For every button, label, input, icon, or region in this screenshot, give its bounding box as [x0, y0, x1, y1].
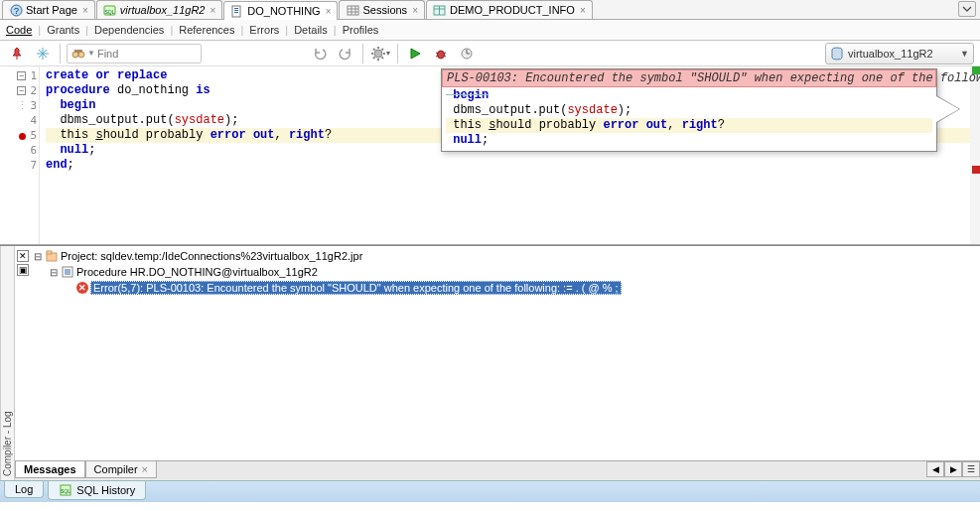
svg-line-18 — [39, 50, 47, 58]
svg-point-21 — [78, 52, 84, 58]
redo-button[interactable] — [335, 43, 356, 64]
tree-error-row[interactable]: ✕ Error(5,7): PLS-00103: Encountered the… — [33, 280, 978, 296]
close-panel-button[interactable]: ✕ — [17, 250, 29, 262]
close-icon[interactable]: × — [580, 5, 586, 16]
svg-rect-8 — [348, 6, 358, 15]
panel-nav-menu[interactable]: ☰ — [962, 461, 980, 477]
tab-demo-product[interactable]: DEMO_PRODUCT_INFO × — [426, 0, 593, 19]
subtab-references[interactable]: References — [179, 24, 234, 37]
undo-button[interactable] — [309, 43, 331, 64]
svg-line-33 — [436, 53, 438, 54]
tab-label: Sessions — [362, 4, 407, 16]
gear-icon — [370, 46, 386, 62]
close-icon[interactable]: × — [412, 5, 418, 16]
svg-point-37 — [462, 49, 472, 59]
compile-button[interactable]: ▾ — [369, 43, 391, 64]
freeze-button[interactable] — [32, 43, 54, 64]
bottom-tab-log[interactable]: Log — [4, 481, 44, 498]
play-icon — [409, 48, 421, 60]
compiler-tree[interactable]: ✕ ▣ ⊟ Project: sqldev.temp:/IdeConnectio… — [15, 246, 980, 460]
debug-button[interactable] — [430, 43, 452, 64]
connection-combo[interactable]: virtualbox_11gR2 ▼ — [825, 43, 974, 64]
svg-rect-13 — [434, 6, 445, 15]
tab-label: DO_NOTHING — [247, 5, 320, 17]
tooltip-pointer-icon — [936, 95, 960, 123]
tree-procedure-row[interactable]: ⊟ Procedure HR.DO_NOTHING@virtualbox_11g… — [33, 264, 978, 280]
editor-toolbar: ▼ ▾ virtualbox_11gR2 ▼ — [0, 41, 980, 66]
close-icon[interactable]: × — [82, 5, 88, 16]
procedure-icon — [230, 4, 244, 18]
redo-icon — [339, 47, 352, 61]
sql-history-icon: SQL — [59, 483, 72, 497]
subtab-errors[interactable]: Errors — [249, 24, 279, 37]
chevron-down-icon — [962, 4, 972, 14]
tab-start-page[interactable]: ? Start Page × — [2, 0, 95, 19]
subtab-details[interactable]: Details — [294, 24, 328, 37]
find-input[interactable] — [97, 48, 197, 60]
tree-project-row[interactable]: ⊟ Project: sqldev.temp:/IdeConnections%2… — [33, 248, 978, 264]
connection-label: virtualbox_11gR2 — [848, 48, 956, 60]
fold-icon[interactable]: − — [17, 71, 26, 80]
svg-line-35 — [436, 56, 438, 57]
tree-label: Procedure HR.DO_NOTHING@virtualbox_11gR2 — [76, 266, 318, 278]
tab-do-nothing[interactable]: DO_NOTHING × — [223, 1, 338, 20]
svg-rect-6 — [234, 10, 238, 11]
panel-nav-prev[interactable]: ◀ — [926, 461, 944, 477]
panel-nav-next[interactable]: ▶ — [944, 461, 962, 477]
svg-line-30 — [381, 49, 383, 51]
svg-line-19 — [39, 50, 47, 58]
run-button[interactable] — [404, 43, 426, 64]
tab-label: Start Page — [26, 4, 77, 16]
snowflake-icon — [36, 47, 50, 61]
svg-line-31 — [373, 57, 375, 59]
undo-icon — [313, 47, 327, 61]
tab-sessions[interactable]: Sessions × — [339, 0, 424, 19]
subtab-code[interactable]: Code — [6, 24, 32, 37]
error-tooltip-body: begin dbms_output.put(sysdate); this sho… — [442, 87, 936, 151]
fold-icon[interactable]: − — [17, 86, 26, 95]
panel-tab-compiler[interactable]: Compiler× — [85, 461, 157, 478]
tree-label: Project: sqldev.temp:/IdeConnections%23v… — [61, 250, 362, 262]
bug-icon — [434, 47, 448, 61]
project-icon — [45, 249, 59, 263]
chevron-down-icon[interactable]: ▼ — [87, 49, 95, 58]
profile-button[interactable] — [456, 43, 478, 64]
svg-point-20 — [72, 52, 78, 58]
subtab-profiles[interactable]: Profiles — [343, 24, 379, 37]
svg-rect-43 — [63, 267, 72, 277]
overview-ruler[interactable] — [970, 66, 980, 244]
pin-icon — [10, 47, 24, 61]
code-editor[interactable]: −1−2⋮34567 create or replaceprocedure do… — [0, 66, 980, 245]
tree-collapse-icon[interactable]: ⊟ — [33, 251, 43, 262]
subtab-dependencies[interactable]: Dependencies — [94, 24, 164, 37]
pin-button[interactable] — [6, 43, 28, 64]
compiler-log-panel: Compiler - Log ✕ ▣ ⊟ Project: sqldev.tem… — [0, 245, 980, 480]
svg-rect-22 — [74, 50, 82, 53]
pin-panel-button[interactable]: ▣ — [17, 264, 29, 276]
svg-rect-47 — [61, 485, 70, 495]
tree-collapse-icon[interactable]: ⊟ — [49, 267, 59, 278]
close-icon[interactable]: × — [210, 5, 215, 16]
svg-line-29 — [381, 57, 383, 59]
svg-line-28 — [373, 49, 375, 51]
code-line[interactable]: end; — [46, 158, 970, 173]
panel-side-label[interactable]: Compiler - Log — [0, 246, 14, 480]
svg-point-32 — [437, 51, 444, 59]
find-field[interactable]: ▼ — [67, 44, 202, 64]
tab-virtualbox[interactable]: SQL virtualbox_11gR2 × — [96, 0, 222, 19]
close-icon[interactable]: × — [326, 6, 332, 17]
error-tooltip: PLS-00103: Encountered the symbol "SHOUL… — [441, 68, 937, 152]
gutter-error-icon[interactable] — [19, 133, 26, 140]
panel-gutter: ✕ ▣ — [17, 248, 31, 458]
svg-point-40 — [832, 48, 842, 52]
panel-tab-messages[interactable]: Messages — [15, 461, 85, 478]
tab-list-button[interactable] — [958, 1, 976, 17]
bottom-tab-sqlhistory[interactable]: SQL SQL History — [48, 481, 146, 500]
ruler-error-marker[interactable] — [972, 166, 980, 174]
compiler-panel-tabs: Messages Compiler× ◀ ▶ ☰ — [15, 460, 980, 480]
tree-error-label: Error(5,7): PLS-00103: Encountered the s… — [90, 281, 622, 295]
document-tab-bar: ? Start Page × SQL virtualbox_11gR2 × DO… — [0, 0, 980, 20]
close-icon[interactable]: × — [142, 463, 148, 475]
svg-point-23 — [374, 50, 382, 58]
subtab-grants[interactable]: Grants — [47, 24, 79, 37]
